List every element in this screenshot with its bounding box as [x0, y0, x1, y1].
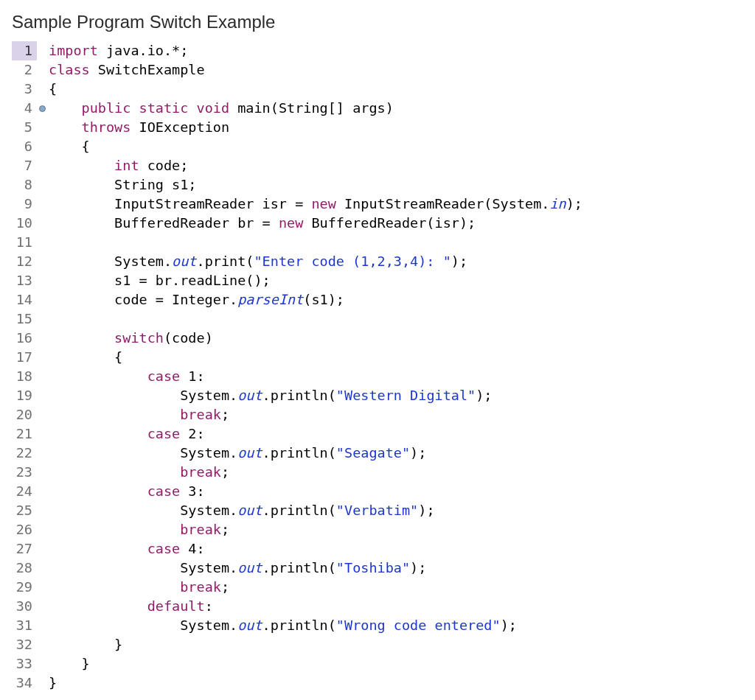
line-number: 28 — [12, 559, 37, 578]
code-line: System.out.println("Seagate"); — [49, 444, 743, 463]
line-number: 31 — [12, 616, 37, 635]
line-number: 5 — [12, 118, 37, 137]
line-number: 20 — [12, 405, 37, 424]
line-number: 24 — [12, 482, 37, 501]
code-line: { — [49, 348, 743, 367]
line-number: 6 — [12, 137, 37, 156]
code-line: } — [49, 654, 743, 673]
code-line: BufferedReader br = new BufferedReader(i… — [49, 214, 743, 233]
line-number: 21 — [12, 424, 37, 444]
line-number: 23 — [12, 463, 37, 482]
line-number: 10 — [12, 214, 37, 233]
code-line: InputStreamReader isr = new InputStreamR… — [49, 195, 743, 214]
line-number: 15 — [12, 309, 37, 329]
code-line: class SwitchExample — [49, 60, 743, 80]
code-line: System.out.println("Western Digital"); — [49, 386, 743, 405]
code-line: default: — [49, 597, 743, 616]
code-editor: 1234567891011121314151617181920212223242… — [12, 41, 743, 693]
line-number: 4 — [12, 99, 37, 118]
code-content: import java.io.*;class SwitchExample{ pu… — [37, 41, 743, 693]
line-number: 8 — [12, 175, 37, 195]
line-number: 22 — [12, 444, 37, 463]
line-number: 18 — [12, 367, 37, 386]
line-number: 25 — [12, 501, 37, 520]
line-number: 26 — [12, 520, 37, 539]
code-line: switch(code) — [49, 329, 743, 348]
code-line: } — [49, 673, 743, 693]
code-line: public static void main(String[] args) — [49, 99, 743, 118]
line-number: 32 — [12, 635, 37, 654]
line-number: 34 — [12, 673, 37, 693]
page-title: Sample Program Switch Example — [12, 12, 743, 32]
code-line: case 2: — [49, 424, 743, 444]
code-line: import java.io.*; — [49, 41, 743, 60]
code-line: break; — [49, 405, 743, 424]
line-number: 1 — [12, 41, 37, 60]
line-number: 16 — [12, 329, 37, 348]
line-number: 17 — [12, 348, 37, 367]
line-number: 27 — [12, 539, 37, 559]
line-number: 3 — [12, 80, 37, 99]
line-number: 19 — [12, 386, 37, 405]
line-number: 29 — [12, 578, 37, 597]
code-line: System.out.print("Enter code (1,2,3,4): … — [49, 252, 743, 271]
line-number: 33 — [12, 654, 37, 673]
code-line: break; — [49, 520, 743, 539]
code-line: break; — [49, 463, 743, 482]
code-line: s1 = br.readLine(); — [49, 271, 743, 290]
code-line: System.out.println("Wrong code entered")… — [49, 616, 743, 635]
line-number-gutter: 1234567891011121314151617181920212223242… — [12, 41, 37, 693]
code-line: code = Integer.parseInt(s1); — [49, 290, 743, 309]
code-line: } — [49, 635, 743, 654]
code-line: break; — [49, 578, 743, 597]
line-number: 14 — [12, 290, 37, 309]
code-line — [49, 233, 743, 252]
code-line: String s1; — [49, 175, 743, 195]
code-line: case 4: — [49, 539, 743, 559]
page: Sample Program Switch Example 1234567891… — [0, 0, 755, 700]
line-number: 9 — [12, 195, 37, 214]
line-number: 7 — [12, 156, 37, 175]
line-number: 2 — [12, 60, 37, 80]
line-number: 30 — [12, 597, 37, 616]
code-line: int code; — [49, 156, 743, 175]
line-number: 12 — [12, 252, 37, 271]
code-line: System.out.println("Verbatim"); — [49, 501, 743, 520]
code-line: System.out.println("Toshiba"); — [49, 559, 743, 578]
code-line: case 3: — [49, 482, 743, 501]
fold-toggle-icon[interactable] — [39, 105, 46, 112]
code-line: { — [49, 80, 743, 99]
code-line: { — [49, 137, 743, 156]
line-number: 11 — [12, 233, 37, 252]
code-line: throws IOException — [49, 118, 743, 137]
code-line — [49, 309, 743, 329]
code-line: case 1: — [49, 367, 743, 386]
line-number: 13 — [12, 271, 37, 290]
